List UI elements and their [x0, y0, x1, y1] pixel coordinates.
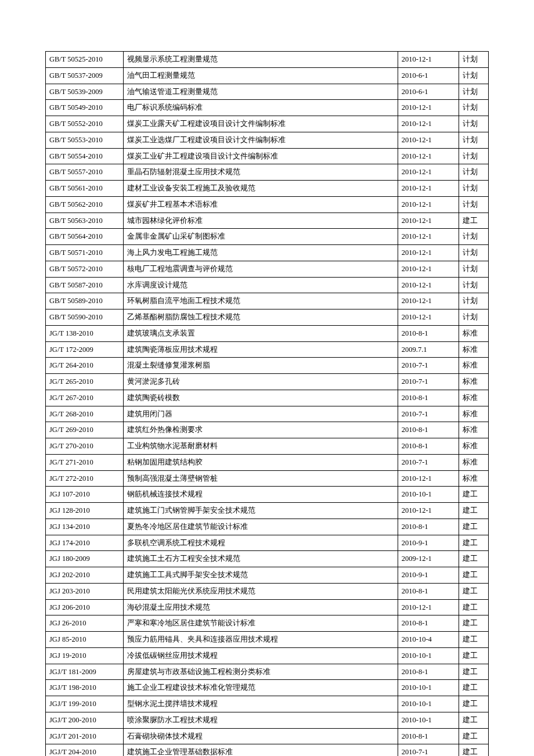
- cell-name: 乙烯基酯树脂防腐蚀工程技术规范: [124, 309, 398, 326]
- cell-date: 2010-12-1: [398, 503, 459, 519]
- cell-name: 建筑施工企业管理基础数据标准: [124, 744, 398, 756]
- cell-date: 2010-7-1: [398, 406, 459, 422]
- table-row: GB/T 50553-2010煤炭工业选煤厂工程建设项目设计文件编制标准2010…: [46, 132, 489, 148]
- table-row: JG/T 270-2010工业构筑物水泥基耐磨材料2010-8-1标准: [46, 438, 489, 455]
- cell-name: 黄河淤泥多孔砖: [124, 374, 398, 390]
- table-row: JGJ/T 198-2010施工企业工程建设技术标准化管理规范2010-10-1…: [46, 680, 489, 696]
- cell-code: GB/T 50552-2010: [46, 116, 124, 132]
- cell-date: 2010-8-1: [398, 390, 459, 406]
- cell-date: 2009.7.1: [398, 341, 459, 358]
- cell-cat: 计划: [459, 245, 489, 261]
- cell-code: GB/T 50561-2010: [46, 181, 124, 197]
- cell-cat: 建工: [459, 599, 489, 615]
- cell-cat: 建工: [459, 647, 489, 664]
- cell-name: 建筑玻璃点支承装置: [124, 325, 398, 341]
- table-row: GB/T 50537-2009油气田工程测量规范2010-6-1计划: [46, 67, 489, 84]
- cell-cat: 建工: [459, 567, 489, 584]
- cell-name: 煤炭工业选煤厂工程建设项目设计文件编制标准: [124, 132, 398, 148]
- cell-name: 海砂混凝土应用技术规范: [124, 599, 398, 615]
- cell-code: JGJ 180-2009: [46, 551, 124, 567]
- cell-name: 重晶石防辐射混凝土应用技术规范: [124, 164, 398, 181]
- cell-name: 金属非金属矿山采矿制图标准: [124, 229, 398, 245]
- cell-code: GB/T 50537-2009: [46, 67, 124, 84]
- cell-name: 视频显示系统工程测量规范: [124, 52, 398, 68]
- cell-cat: 计划: [459, 293, 489, 309]
- table-row: GB/T 50561-2010建材工业设备安装工程施工及验收规范2010-12-…: [46, 181, 489, 197]
- cell-date: 2010-6-1: [398, 84, 459, 100]
- cell-cat: 标准: [459, 390, 489, 406]
- cell-code: GB/T 50525-2010: [46, 52, 124, 68]
- cell-name: 煤炭矿井工程基本术语标准: [124, 196, 398, 213]
- cell-date: 2010-12-1: [398, 277, 459, 293]
- cell-cat: 计划: [459, 52, 489, 68]
- cell-cat: 计划: [459, 309, 489, 326]
- table-row: JGJ 180-2009建筑施工土石方工程安全技术规范2009-12-1建工: [46, 551, 489, 567]
- cell-date: 2010-8-1: [398, 422, 459, 438]
- cell-code: JG/T 271-2010: [46, 454, 124, 470]
- table-row: JGJ 19-2010冷拔低碳钢丝应用技术规程2010-10-1建工: [46, 647, 489, 664]
- cell-date: 2010-8-1: [398, 615, 459, 632]
- cell-date: 2010-12-1: [398, 164, 459, 181]
- cell-code: JGJ/T 204-2010: [46, 744, 124, 756]
- cell-date: 2010-9-1: [398, 535, 459, 551]
- cell-date: 2010-7-1: [398, 454, 459, 470]
- cell-date: 2010-12-1: [398, 213, 459, 229]
- cell-cat: 计划: [459, 67, 489, 84]
- cell-date: 2010-9-1: [398, 567, 459, 584]
- table-row: JGJ/T 199-2010型钢水泥土搅拌墙技术规程2010-10-1建工: [46, 696, 489, 712]
- table-row: JGJ 206-2010海砂混凝土应用技术规范2010-12-1建工: [46, 599, 489, 615]
- table-row: GB/T 50554-2010煤炭工业矿井工程建设项目设计文件编制标准2010-…: [46, 148, 489, 164]
- table-row: JG/T 272-2010预制高强混凝土薄壁钢管桩2010-12-1标准: [46, 470, 489, 487]
- table-row: GB/T 50589-2010环氧树脂自流平地面工程技术规范2010-12-1计…: [46, 293, 489, 309]
- cell-cat: 计划: [459, 196, 489, 213]
- cell-code: GB/T 50572-2010: [46, 261, 124, 277]
- cell-date: 2010-10-1: [398, 647, 459, 664]
- cell-cat: 计划: [459, 100, 489, 116]
- cell-date: 2010-8-1: [398, 728, 459, 744]
- cell-name: 严寒和寒冷地区居住建筑节能设计标准: [124, 615, 398, 632]
- cell-date: 2010-8-1: [398, 519, 459, 535]
- cell-code: JGJ/T 200-2010: [46, 712, 124, 728]
- cell-cat: 建工: [459, 615, 489, 632]
- cell-name: 型钢水泥土搅拌墙技术规程: [124, 696, 398, 712]
- cell-date: 2010-10-1: [398, 680, 459, 696]
- table-row: JG/T 268-2010建筑用闭门器2010-7-1标准: [46, 406, 489, 422]
- table-row: JG/T 265-2010黄河淤泥多孔砖2010-7-1标准: [46, 374, 489, 390]
- cell-name: 建筑施工土石方工程安全技术规范: [124, 551, 398, 567]
- cell-date: 2010-12-1: [398, 261, 459, 277]
- cell-cat: 计划: [459, 116, 489, 132]
- cell-cat: 标准: [459, 454, 489, 470]
- table-row: GB/T 50539-2009油气输送管道工程测量规范2010-6-1计划: [46, 84, 489, 100]
- table-row: JGJ 107-2010钢筋机械连接技术规程2010-10-1建工: [46, 487, 489, 503]
- cell-code: JGJ/T 201-2010: [46, 728, 124, 744]
- table-row: GB/T 50571-2010海上风力发电工程施工规范2010-12-1计划: [46, 245, 489, 261]
- cell-date: 2010-12-1: [398, 229, 459, 245]
- table-row: JGJ 26-2010严寒和寒冷地区居住建筑节能设计标准2010-8-1建工: [46, 615, 489, 632]
- cell-name: 建材工业设备安装工程施工及验收规范: [124, 181, 398, 197]
- cell-cat: 标准: [459, 438, 489, 455]
- table-row: JGJ 174-2010多联机空调系统工程技术规程2010-9-1建工: [46, 535, 489, 551]
- cell-code: JGJ 206-2010: [46, 599, 124, 615]
- cell-code: JGJ 19-2010: [46, 647, 124, 664]
- cell-cat: 建工: [459, 535, 489, 551]
- cell-name: 煤炭工业矿井工程建设项目设计文件编制标准: [124, 148, 398, 164]
- cell-cat: 计划: [459, 229, 489, 245]
- cell-code: GB/T 50563-2010: [46, 213, 124, 229]
- cell-cat: 标准: [459, 470, 489, 487]
- cell-cat: 标准: [459, 358, 489, 374]
- table-row: JGJ/T 204-2010建筑施工企业管理基础数据标准2010-7-1建工: [46, 744, 489, 756]
- cell-date: 2010-8-1: [398, 325, 459, 341]
- cell-cat: 标准: [459, 406, 489, 422]
- cell-code: JG/T 264-2010: [46, 358, 124, 374]
- cell-code: GB/T 50539-2009: [46, 84, 124, 100]
- cell-name: 施工企业工程建设技术标准化管理规范: [124, 680, 398, 696]
- cell-cat: 建工: [459, 664, 489, 680]
- table-row: JGJ 202-2010建筑施工工具式脚手架安全技术规范2010-9-1建工: [46, 567, 489, 584]
- cell-date: 2010-10-1: [398, 696, 459, 712]
- cell-date: 2010-12-1: [398, 245, 459, 261]
- cell-code: JG/T 272-2010: [46, 470, 124, 487]
- cell-name: 海上风力发电工程施工规范: [124, 245, 398, 261]
- cell-code: JG/T 268-2010: [46, 406, 124, 422]
- cell-code: GB/T 50562-2010: [46, 196, 124, 213]
- cell-code: GB/T 50554-2010: [46, 148, 124, 164]
